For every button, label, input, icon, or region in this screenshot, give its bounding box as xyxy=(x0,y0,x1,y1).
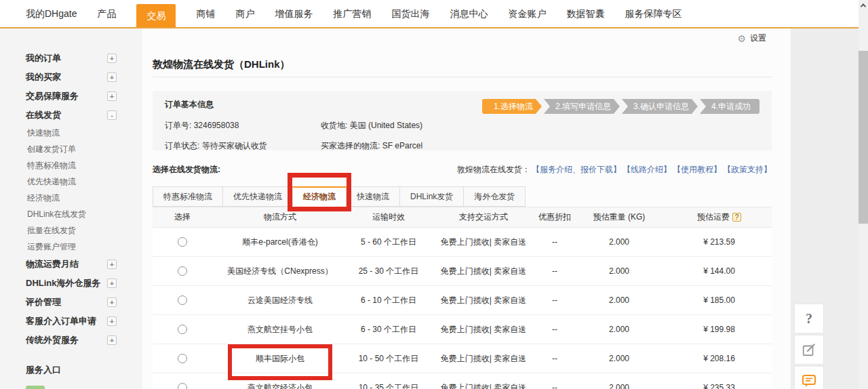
shipping-methods-table: 选择 物流方式 运输时效 支持交运方式 优惠折扣 预估重量 (KG) 预估运费?… xyxy=(153,207,772,389)
radio-button[interactable] xyxy=(178,237,187,247)
nav-item[interactable]: 交易 xyxy=(136,4,176,27)
sidebar-item[interactable]: 我的买家 + xyxy=(0,68,142,87)
sidebar-item[interactable]: 客服介入订单申请 + xyxy=(0,312,142,331)
weight-cell: 2.000 xyxy=(572,315,667,344)
discount-cell: -- xyxy=(538,257,572,286)
weight-cell: 2.000 xyxy=(572,228,667,257)
nav-item[interactable]: 增值服务 xyxy=(275,0,313,27)
radio-button[interactable] xyxy=(178,354,187,363)
help-link[interactable]: 【政策支持】 xyxy=(723,165,772,174)
nav-item[interactable]: 商户 xyxy=(235,0,254,27)
sidebar-item[interactable]: 传统外贸服务 + xyxy=(0,331,142,350)
settings-row[interactable]: ⚙ 设置 xyxy=(737,33,766,44)
expander-icon[interactable]: - xyxy=(107,110,117,120)
table-row[interactable]: 顺丰国际小包 10 - 50 个工作日 免费上门揽收| 卖家自送 -- 2.00… xyxy=(153,344,772,373)
help-icon[interactable]: ? xyxy=(732,213,741,222)
nav-item[interactable]: 消息中心 xyxy=(450,0,488,27)
select-cell xyxy=(153,257,212,286)
order-fields: 订单号: 3246958038 收货地: 美国 (United States) … xyxy=(165,120,477,152)
nav-item[interactable]: 资金账户 xyxy=(508,0,546,27)
expander-icon[interactable]: + xyxy=(107,73,117,82)
expander-icon[interactable]: + xyxy=(107,91,117,101)
method-cell: 燕文航空经济小包 xyxy=(212,373,348,389)
sidebar-item[interactable]: 服务入口 xyxy=(0,361,142,380)
method-cell: 顺丰e-parcel(香港仓) xyxy=(212,228,348,257)
scroll-up-icon[interactable] xyxy=(859,0,868,11)
nav-item[interactable]: 推广营销 xyxy=(333,0,371,27)
transit-time-cell: 10 - 50 个工作日 xyxy=(348,344,429,373)
nav-item[interactable]: 数据智囊 xyxy=(566,0,604,27)
help-link[interactable]: 【服务介绍、报价下载】 xyxy=(532,165,621,174)
field-value: 等待买家确认收货 xyxy=(202,141,267,150)
radio-button[interactable] xyxy=(178,325,187,334)
delivery-mode-cell: 免费上门揽收| 卖家自送 xyxy=(429,286,538,315)
scrollbar-thumb[interactable] xyxy=(859,51,868,224)
sidebar-item[interactable]: 物流运费月结 + xyxy=(0,255,142,274)
sidebar-item[interactable]: 优先快递物流 xyxy=(0,173,142,190)
expander-icon[interactable]: + xyxy=(107,54,117,63)
shipping-tab[interactable]: 优先快递物流 xyxy=(222,186,293,207)
weight-cell: 2.000 xyxy=(572,257,667,286)
method-cell: 顺丰国际小包 xyxy=(212,344,348,373)
discount-cell: -- xyxy=(538,315,572,344)
feedback-button[interactable] xyxy=(794,335,824,365)
sidebar-item[interactable]: 快速物流 xyxy=(0,125,142,141)
col-select: 选择 xyxy=(153,207,212,228)
nav-item[interactable]: 服务保障专区 xyxy=(625,0,682,27)
sidebar-item[interactable]: 特惠标准物流 xyxy=(0,157,142,173)
sidebar-item[interactable]: 我的订单 + xyxy=(0,49,142,68)
nav-item[interactable]: 国货出海 xyxy=(391,0,429,27)
shipping-tab[interactable]: 特惠标准物流 xyxy=(153,186,223,207)
col-discount: 优惠折扣 xyxy=(538,207,572,228)
radio-button[interactable] xyxy=(178,266,187,276)
table-row[interactable]: 燕文航空挂号小包 6 - 30 个工作日 免费上门揽收| 卖家自送 -- 2.0… xyxy=(153,315,772,344)
transit-time-cell: 6 - 30 个工作日 xyxy=(348,315,429,344)
select-cell xyxy=(153,373,212,389)
shipping-tab[interactable]: 经济物流 xyxy=(292,186,347,207)
shipping-tab[interactable]: 海外仓发货 xyxy=(463,186,526,207)
table-row[interactable]: 美国经济专线（CNexpress） 25 - 30 个工作日 免费上门揽收| 卖… xyxy=(153,257,772,286)
sidebar-item[interactable]: 交易保障服务 + xyxy=(0,87,142,106)
sidebar-item[interactable]: 运费账户管理 xyxy=(0,239,142,255)
nav-item[interactable]: 我的DHgate xyxy=(26,0,77,27)
sidebar-item[interactable]: 在线发货 - xyxy=(0,106,142,125)
help-link[interactable]: 【线路介绍】 xyxy=(623,165,671,174)
vertical-scrollbar[interactable] xyxy=(859,0,868,389)
expander-icon[interactable]: + xyxy=(107,298,117,307)
shipping-tab[interactable]: DHLink发货 xyxy=(399,186,464,207)
field-value: 3246958038 xyxy=(194,121,239,130)
sidebar-item[interactable]: 批量在线发货 xyxy=(0,222,142,239)
progress-step: 1.选择物流 xyxy=(482,99,542,114)
table-row[interactable]: 顺丰e-parcel(香港仓) 5 - 60 个工作日 免费上门揽收| 卖家自送… xyxy=(153,228,772,257)
help-link[interactable]: 【使用教程】 xyxy=(673,165,722,174)
sidebar-item[interactable]: DHLink海外仓服务 + xyxy=(0,274,142,293)
delivery-mode-cell: 免费上门揽收| 卖家自送 xyxy=(429,257,538,286)
top-navigation: 我的DHgate 产品 交易 商铺 商户 增值服务 推广营销 国货出海 消息中心… xyxy=(0,0,859,28)
nav-item[interactable]: 产品 xyxy=(97,0,116,27)
delivery-mode-cell: 免费上门揽收| 卖家自送 xyxy=(429,228,538,257)
sidebar-item[interactable]: 创建发货订单 xyxy=(0,141,142,157)
field-value: 美国 (United States) xyxy=(350,121,422,130)
table-row[interactable]: 云途美国经济专线 6 - 10 个工作日 免费上门揽收| 卖家自送 -- 2.0… xyxy=(153,286,772,315)
nav-item[interactable]: 商铺 xyxy=(196,0,215,27)
shipping-tab[interactable]: 快速物流 xyxy=(346,186,400,207)
sidebar-item-label: 评价管理 xyxy=(26,297,61,307)
sidebar-item-label: 特惠标准物流 xyxy=(27,161,76,170)
expander-icon[interactable]: + xyxy=(107,260,117,269)
service-entry-icon xyxy=(26,386,45,389)
sidebar-item[interactable]: DHLink在线发货 xyxy=(0,206,142,222)
transit-time-cell: 5 - 60 个工作日 xyxy=(348,228,429,257)
settings-label[interactable]: 设置 xyxy=(750,33,766,44)
discount-cell: -- xyxy=(538,286,572,315)
expander-icon[interactable]: + xyxy=(107,316,117,326)
chat-button[interactable] xyxy=(794,366,824,389)
radio-button[interactable] xyxy=(178,295,187,305)
order-info-box: 订单基本信息 订单号: 3246958038 收货地: 美国 (United S… xyxy=(153,91,772,150)
table-row[interactable]: 燕文航空经济小包 10 - 35 个工作日 免费上门揽收| 卖家自送 -- 2.… xyxy=(153,373,772,389)
expander-icon[interactable]: + xyxy=(107,279,117,288)
expander-icon[interactable]: + xyxy=(107,335,117,345)
help-button[interactable]: ? xyxy=(794,304,824,333)
sidebar-item[interactable]: 评价管理 + xyxy=(0,293,142,312)
radio-button[interactable] xyxy=(178,383,187,389)
sidebar-item[interactable]: 经济物流 xyxy=(0,190,142,206)
